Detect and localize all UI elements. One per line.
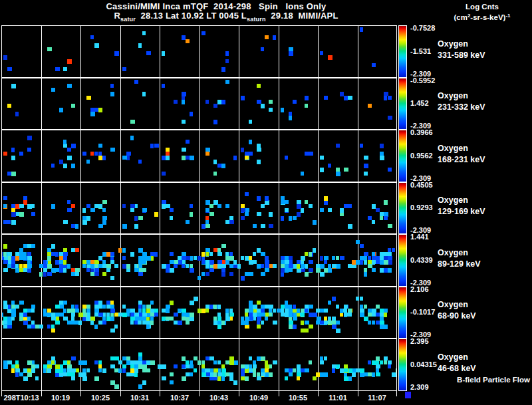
species-name: Oxygen <box>438 90 485 102</box>
data-block <box>380 156 384 160</box>
data-block <box>194 256 197 260</box>
data-block <box>134 368 138 373</box>
data-block <box>126 309 130 313</box>
data-block <box>86 160 90 164</box>
data-block <box>122 156 127 160</box>
data-block <box>86 268 90 272</box>
data-block <box>170 252 174 256</box>
data-block <box>301 264 305 268</box>
data-block <box>348 224 352 229</box>
data-block <box>285 156 288 160</box>
data-block <box>98 364 102 368</box>
data-block <box>82 152 86 156</box>
data-block <box>182 156 186 160</box>
data-block <box>320 272 325 277</box>
data-block <box>229 272 233 276</box>
column-grid-line <box>279 26 279 77</box>
data-block <box>166 317 170 321</box>
data-block <box>11 148 15 152</box>
data-block <box>253 224 257 228</box>
data-block <box>285 376 288 380</box>
data-block <box>356 297 359 301</box>
data-block <box>285 200 289 204</box>
data-block <box>186 39 190 43</box>
data-block <box>122 248 126 253</box>
data-block <box>225 360 229 364</box>
data-block <box>233 260 237 265</box>
colorbar <box>398 338 407 391</box>
data-block <box>146 51 151 55</box>
data-block <box>86 368 90 372</box>
data-block <box>23 244 27 248</box>
data-block <box>241 148 244 152</box>
data-block <box>138 160 142 164</box>
data-block <box>190 360 193 365</box>
data-block <box>55 364 60 369</box>
column-grid-line <box>358 26 358 77</box>
data-block <box>376 313 380 317</box>
data-block <box>336 144 340 148</box>
data-block <box>348 96 352 100</box>
colorbar-label-max: -0.5952 <box>410 76 435 84</box>
data-block <box>217 248 221 252</box>
data-block <box>257 144 261 148</box>
data-block <box>301 208 304 213</box>
data-block <box>170 260 174 264</box>
data-block <box>388 268 392 273</box>
data-block <box>186 140 190 144</box>
data-block <box>348 368 352 373</box>
data-block <box>90 152 94 156</box>
data-block <box>142 252 147 256</box>
data-block <box>257 264 261 269</box>
data-block <box>257 325 261 329</box>
data-block <box>297 364 300 368</box>
data-block <box>67 200 70 204</box>
data-block <box>82 372 86 377</box>
data-block <box>23 376 28 381</box>
data-block <box>67 156 72 160</box>
data-block <box>324 96 328 100</box>
data-block <box>98 156 102 160</box>
data-block <box>23 256 27 260</box>
data-block <box>372 360 376 365</box>
data-block <box>269 224 273 228</box>
column-grid-line <box>120 78 121 129</box>
data-block <box>55 305 60 309</box>
data-block <box>380 216 383 220</box>
data-block <box>225 220 229 224</box>
data-block <box>281 272 284 277</box>
data-block <box>316 268 321 273</box>
data-block <box>328 55 332 60</box>
data-block <box>98 108 102 112</box>
data-block <box>82 376 87 381</box>
data-block <box>134 372 138 377</box>
data-block <box>71 368 76 372</box>
data-block <box>166 148 170 152</box>
data-block <box>324 256 329 260</box>
data-block <box>138 321 142 325</box>
column-grid-line <box>279 339 279 390</box>
data-block <box>384 360 387 364</box>
data-block <box>360 144 363 148</box>
data-block <box>368 372 372 376</box>
data-block <box>51 329 55 333</box>
data-block <box>261 272 265 276</box>
data-block <box>324 196 328 201</box>
data-block <box>130 309 134 313</box>
data-block <box>281 313 285 317</box>
data-block <box>71 356 76 360</box>
data-block <box>82 317 86 321</box>
data-block <box>257 321 260 325</box>
data-block <box>98 368 102 372</box>
data-block <box>7 321 12 325</box>
data-block <box>59 256 63 260</box>
data-block <box>170 216 173 220</box>
colorbar-label-max: 0.3966 <box>410 128 433 136</box>
data-block <box>154 144 159 148</box>
data-block <box>43 368 47 373</box>
data-block <box>289 264 293 268</box>
l-subscript: saturn <box>247 16 266 23</box>
data-block <box>364 252 368 256</box>
data-block <box>166 309 170 313</box>
data-block <box>59 305 64 309</box>
